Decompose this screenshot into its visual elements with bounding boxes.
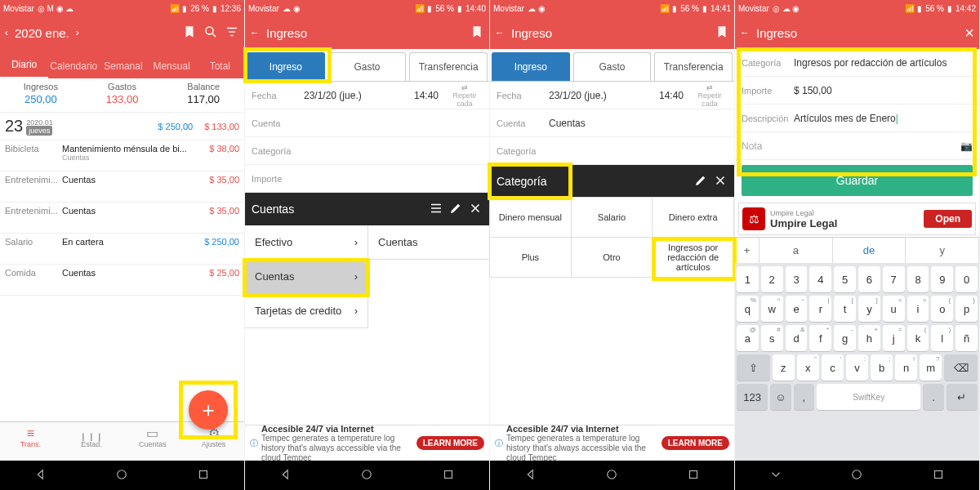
- transaction-row[interactable]: SalarioEn cartera$ 250,00: [0, 234, 244, 265]
- repeat-icon[interactable]: ⇄Repetir cada: [447, 83, 483, 108]
- key-f[interactable]: f*: [809, 325, 831, 351]
- camera-icon[interactable]: 📷: [960, 140, 973, 152]
- tab-semanal[interactable]: Semanal: [99, 54, 147, 78]
- key-i[interactable]: i>: [907, 296, 929, 322]
- ad-learn-button[interactable]: LEARN MORE: [662, 436, 729, 450]
- key-2[interactable]: 2: [761, 266, 783, 292]
- tab-diario[interactable]: Diario: [0, 52, 48, 78]
- key-n[interactable]: n!: [895, 354, 917, 381]
- recent-icon[interactable]: [441, 467, 456, 484]
- ad-banner[interactable]: ⓘ Accesible 24/7 via InternetTempec gene…: [490, 425, 734, 461]
- key-m[interactable]: m?: [920, 354, 942, 381]
- key-k[interactable]: k(: [907, 325, 929, 351]
- back-arrow-icon[interactable]: ←: [740, 27, 750, 38]
- recent-icon[interactable]: [931, 467, 946, 484]
- key-8[interactable]: 8: [907, 266, 929, 292]
- tab-ingreso[interactable]: Ingreso: [247, 52, 325, 81]
- key-e[interactable]: e~: [786, 296, 808, 322]
- key-comma[interactable]: ,: [794, 384, 814, 410]
- ad-open-button[interactable]: Open: [924, 210, 972, 228]
- home-icon[interactable]: [604, 467, 619, 484]
- key-9[interactable]: 9: [931, 266, 953, 292]
- key-7[interactable]: 7: [883, 266, 905, 292]
- close-icon[interactable]: [468, 201, 483, 218]
- key-123[interactable]: 123: [737, 384, 768, 410]
- key-q[interactable]: q%: [737, 296, 759, 322]
- key-0[interactable]: 0: [956, 266, 978, 292]
- tab-transferencia[interactable]: Transferencia: [654, 52, 733, 81]
- key-z[interactable]: z: [773, 354, 795, 381]
- key-h[interactable]: h+: [858, 325, 880, 351]
- cat-salario[interactable]: Salario: [571, 197, 653, 238]
- field-importe[interactable]: Importe: [245, 165, 489, 193]
- cat-plus[interactable]: Plus: [489, 237, 572, 278]
- key-enter[interactable]: ↵: [947, 384, 978, 410]
- field-categoria[interactable]: CategoríaIngresos por redacción de artíc…: [735, 49, 979, 77]
- tab-mensual[interactable]: Mensual: [148, 54, 196, 78]
- key-y[interactable]: y]: [858, 296, 880, 322]
- close-icon[interactable]: ×: [964, 24, 974, 42]
- ad-umpire[interactable]: ⚖ Umpire LegalUmpire Legal Open: [738, 203, 976, 235]
- key-period[interactable]: .: [923, 384, 943, 410]
- nav-estad[interactable]: ╷╷╷Estad.: [61, 422, 122, 461]
- key-c[interactable]: c': [822, 354, 844, 381]
- cat-dinero-extra[interactable]: Dinero extra: [652, 197, 734, 238]
- field-fecha[interactable]: Fecha 23/1/20 (jue.) 14:40 ⇄Repetir cada: [490, 82, 734, 109]
- sugg-2[interactable]: de: [833, 238, 906, 263]
- search-icon[interactable]: [203, 24, 218, 42]
- transaction-row[interactable]: BibicletaMantenimiento ménsula de bi...C…: [0, 140, 244, 172]
- field-categoria[interactable]: Categoría: [245, 137, 489, 165]
- prev-month-icon[interactable]: ‹: [5, 27, 8, 38]
- key-b[interactable]: b;: [871, 354, 893, 381]
- account-cuentas[interactable]: Cuentas›: [245, 260, 368, 294]
- edit-icon[interactable]: [693, 173, 708, 190]
- key-3[interactable]: 3: [786, 266, 808, 292]
- back-icon[interactable]: [523, 467, 538, 484]
- home-icon[interactable]: [114, 467, 129, 484]
- tab-gasto[interactable]: Gasto: [573, 52, 652, 81]
- key-t[interactable]: t[: [834, 296, 856, 322]
- field-cuenta[interactable]: CuentaCuentas: [490, 109, 734, 137]
- bookmark-icon[interactable]: [715, 24, 729, 42]
- bookmark-icon[interactable]: [470, 24, 484, 42]
- back-icon[interactable]: [33, 467, 48, 484]
- recent-icon[interactable]: [196, 467, 211, 484]
- key-enye[interactable]: ñ: [956, 325, 978, 351]
- key-space[interactable]: SwiftKey: [817, 384, 920, 410]
- key-d[interactable]: d&: [786, 325, 808, 351]
- key-v[interactable]: v:: [846, 354, 868, 381]
- back-arrow-icon[interactable]: ←: [495, 27, 505, 38]
- back-arrow-icon[interactable]: ←: [250, 27, 260, 38]
- close-icon[interactable]: [713, 173, 728, 190]
- nav-trans[interactable]: ≡Trans.: [0, 422, 61, 461]
- home-icon[interactable]: [849, 467, 864, 484]
- key-s[interactable]: s#: [761, 325, 783, 351]
- recent-icon[interactable]: [686, 467, 701, 484]
- next-month-icon[interactable]: ›: [76, 27, 79, 38]
- field-descripcion[interactable]: DescripciónArtículos mes de Enero|: [735, 105, 979, 132]
- key-6[interactable]: 6: [858, 266, 880, 292]
- sugg-plus[interactable]: +: [735, 238, 760, 263]
- key-backspace[interactable]: ⌫: [944, 354, 978, 381]
- repeat-icon[interactable]: ⇄Repetir cada: [692, 83, 728, 108]
- home-icon[interactable]: [359, 467, 374, 484]
- fab-add-button[interactable]: +: [189, 390, 228, 430]
- sugg-1[interactable]: a: [760, 238, 833, 263]
- field-cuenta[interactable]: Cuenta: [245, 109, 489, 137]
- tab-gasto[interactable]: Gasto: [328, 52, 407, 81]
- field-categoria[interactable]: Categoría: [490, 137, 734, 165]
- key-4[interactable]: 4: [809, 266, 831, 292]
- hide-kbd-icon[interactable]: [768, 467, 783, 484]
- nav-cuentas[interactable]: ▭Cuentas: [122, 422, 184, 461]
- key-x[interactable]: x": [797, 354, 819, 381]
- key-shift[interactable]: ⇧: [737, 354, 770, 381]
- field-nota[interactable]: Nota📷: [735, 132, 979, 160]
- field-fecha[interactable]: Fecha 23/1/20 (jue.) 14:40 ⇄Repetir cada: [245, 82, 489, 109]
- transaction-row[interactable]: Entretenimi...Cuentas$ 35,00: [0, 172, 244, 203]
- save-button[interactable]: Guardar: [742, 165, 973, 196]
- sugg-3[interactable]: y: [906, 238, 979, 263]
- day-header[interactable]: 23 2020.01jueves $ 250,00 $ 133,00: [0, 113, 244, 140]
- tab-transferencia[interactable]: Transferencia: [409, 52, 488, 81]
- key-j[interactable]: j=: [883, 325, 905, 351]
- key-l[interactable]: l): [931, 325, 953, 351]
